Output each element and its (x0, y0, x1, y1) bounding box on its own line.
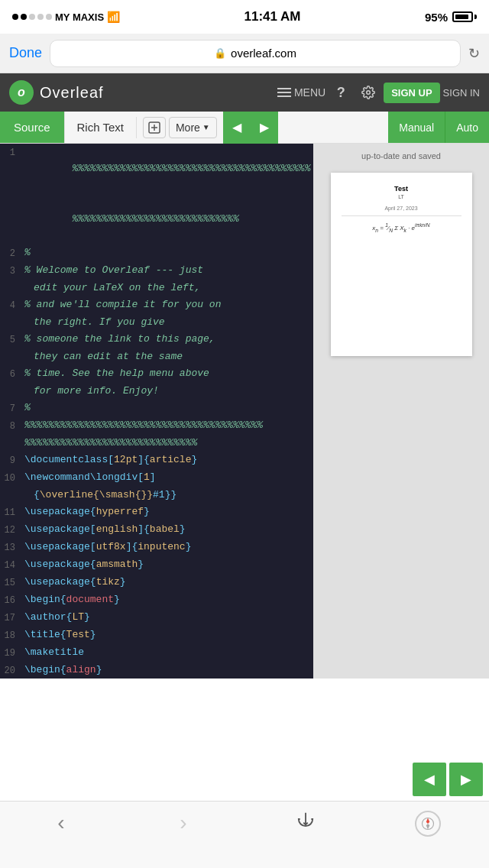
settings-button[interactable] (356, 80, 381, 105)
line-content-5: % someone the link to this page, (21, 331, 313, 348)
preview-author: LT (342, 194, 461, 199)
line-content-14: \usepackage{amsmath} (21, 556, 313, 574)
preview-date: April 27, 2023 (342, 206, 461, 211)
line-num-15: 15 (0, 574, 21, 591)
nav-left-button[interactable]: ◀ (223, 112, 251, 144)
line-content-4b: the right. If you give (21, 314, 313, 331)
add-button[interactable] (143, 117, 166, 138)
signin-button[interactable]: SIGN IN (443, 87, 480, 99)
tab-rich-text[interactable]: Rich Text (64, 112, 136, 143)
line-num-17: 17 (0, 609, 21, 627)
code-line-10b: {\overline{\smash{}}#1}} (0, 487, 313, 504)
compass-icon (415, 811, 441, 837)
code-line-5b: they can edit at the same (0, 348, 313, 365)
line-num-8: 8 (0, 417, 21, 435)
signal-dot-2 (21, 14, 27, 20)
line-content-6: % time. See the help menu above (21, 365, 313, 383)
svg-marker-7 (426, 824, 430, 830)
line-content-20: \begin{align} (21, 662, 313, 679)
toolbar-tabs: Source Rich Text (0, 112, 136, 143)
nav-arrows: ◀ ▶ (223, 112, 278, 144)
code-editor[interactable]: 1 %%%%%%%%%%%%%%%%%%%%%%%%%%%%%%%%%%%%%%… (0, 144, 313, 679)
line-content-13: \usepackage[utf8x]{inputenc} (21, 539, 313, 556)
line-num-18: 18 (0, 627, 21, 644)
refresh-button[interactable]: ↻ (468, 45, 480, 62)
code-line-4: 4 % and we'll compile it for you on (0, 296, 313, 314)
code-line-16: 16 \begin{document} (0, 591, 313, 609)
manual-compile-button[interactable]: Manual (388, 112, 445, 143)
auto-compile-button[interactable]: Auto (445, 112, 489, 143)
nav-right-button[interactable]: ▶ (251, 112, 278, 144)
editor-toolbar: Source Rich Text More ▼ ◀ ▶ Manual Auto (0, 112, 489, 144)
comment-span: %%%%%%%%%%%%%%%%%%%%%%%%%%%%%%%%%%%%%%%% (72, 163, 310, 174)
more-label: More (176, 121, 200, 134)
more-arrow-icon: ▼ (202, 123, 210, 131)
code-line-17: 17 \author{LT} (0, 609, 313, 627)
code-line-15: 15 \usepackage{tikz} (0, 574, 313, 591)
line-content-11: \usepackage{hyperref} (21, 504, 313, 521)
wifi-icon: 📶 (107, 11, 120, 23)
code-line-18: 18 \title{Test} (0, 627, 313, 644)
url-bar[interactable]: 🔒 overleaf.com (50, 40, 461, 67)
code-line-9: 9 \documentclass[12pt]{article} (0, 452, 313, 469)
line-num-11: 11 (0, 504, 21, 521)
menu-button[interactable]: MENU (277, 86, 325, 99)
tab-source[interactable]: Source (0, 112, 64, 143)
svg-point-0 (367, 91, 371, 95)
line-num-10b (0, 487, 21, 504)
code-line-3: 3 % Welcome to Overleaf --- just (0, 262, 313, 280)
code-line-2: 2 % (0, 245, 313, 262)
back-button[interactable]: ‹ (23, 811, 99, 835)
compass-button[interactable] (390, 811, 466, 837)
code-line-19: 19 \maketitle (0, 644, 313, 662)
hamburger-line-2 (277, 92, 291, 93)
bottom-nav-left-button[interactable]: ◀ (413, 763, 446, 796)
compile-section: Manual Auto (388, 112, 489, 143)
code-line-1b: %%%%%%%%%%%%%%%%%%%%%%%%%%%% (0, 194, 313, 245)
code-line-20: 20 \begin{align} (0, 662, 313, 679)
line-content-3: % Welcome to Overleaf --- just (21, 262, 313, 280)
line-num-3: 3 (0, 262, 21, 280)
app-header: o Overleaf MENU ? SIGN UP SIGN IN (0, 73, 489, 112)
add-icon (148, 121, 160, 134)
preview-panel: up-to-date and saved Test LT April 27, 2… (313, 144, 489, 679)
line-content-8b: %%%%%%%%%%%%%%%%%%%%%%%%%%%%% (21, 435, 313, 452)
line-num-4b (0, 314, 21, 331)
gear-icon (361, 86, 375, 99)
more-button[interactable]: More ▼ (169, 117, 217, 138)
editor-main: 1 %%%%%%%%%%%%%%%%%%%%%%%%%%%%%%%%%%%%%%… (0, 144, 489, 679)
line-num-5: 5 (0, 331, 21, 348)
lock-icon: 🔒 (214, 47, 226, 59)
line-content-17: \author{LT} (21, 609, 313, 627)
battery-fill (455, 15, 468, 19)
line-num-19: 19 (0, 644, 21, 662)
done-button[interactable]: Done (9, 45, 42, 61)
forward-icon: › (180, 811, 186, 835)
bottom-nav-right-button[interactable]: ▶ (449, 763, 483, 796)
code-line-6b: for more info. Enjoy! (0, 383, 313, 400)
code-line-6: 6 % time. See the help menu above (0, 365, 313, 383)
line-content-6b: for more info. Enjoy! (21, 383, 313, 400)
code-line-1: 1 %%%%%%%%%%%%%%%%%%%%%%%%%%%%%%%%%%%%%%… (0, 144, 313, 194)
forward-button[interactable]: › (145, 811, 222, 835)
line-num-13: 13 (0, 539, 21, 556)
line-content-8: %%%%%%%%%%%%%%%%%%%%%%%%%%%%%%%%%%%%%%%% (21, 417, 313, 435)
line-content-16: \begin{document} (21, 591, 313, 609)
line-content-1b: %%%%%%%%%%%%%%%%%%%%%%%%%%%% (21, 194, 313, 245)
line-num-2: 2 (0, 245, 21, 262)
signal-dot-4 (37, 14, 44, 20)
line-content-19: \maketitle (21, 644, 313, 662)
line-num-12: 12 (0, 521, 21, 539)
logo-char: o (18, 86, 25, 99)
line-content-2: % (21, 245, 313, 262)
code-line-14: 14 \usepackage{amsmath} (0, 556, 313, 574)
signal-dot-1 (12, 14, 18, 20)
help-button[interactable]: ? (329, 80, 353, 105)
share-button[interactable] (267, 811, 344, 828)
signup-button[interactable]: SIGN UP (384, 83, 439, 103)
line-content-4: % and we'll compile it for you on (21, 296, 313, 314)
hamburger-line-3 (277, 96, 291, 97)
bottom-nav: ‹ › (0, 801, 489, 868)
line-num-5b (0, 348, 21, 365)
carrier-text: MY MAXIS (55, 11, 104, 23)
